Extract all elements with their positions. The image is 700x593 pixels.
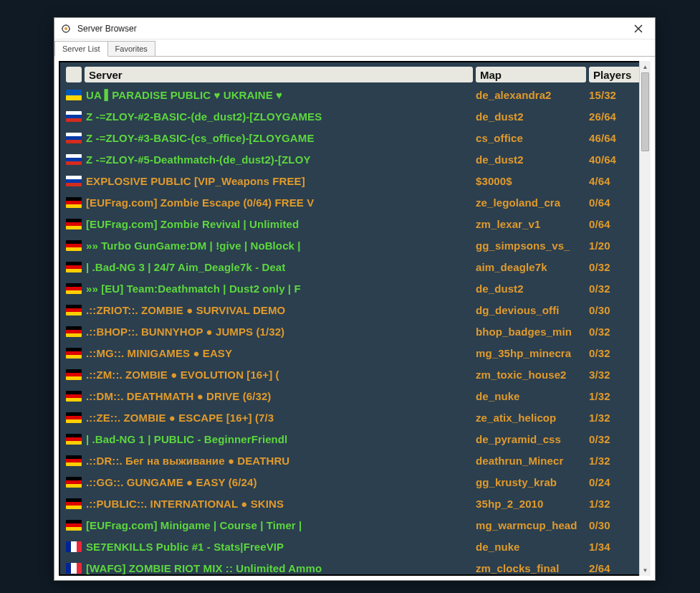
server-row[interactable]: .::ZM::. ZOMBIE ● EVOLUTION [16+] (zm_to…	[66, 364, 643, 385]
server-row[interactable]: .::ZE::. ZOMBIE ● ESCAPE [16+] (7/3ze_at…	[66, 407, 643, 428]
server-row[interactable]: »» [EU] Team:Deathmatch | Dust2 only | F…	[66, 277, 643, 299]
server-name: .::PUBLIC::. INTERNATIONAL ● SKINS	[86, 498, 476, 510]
flag-icon	[66, 176, 82, 186]
server-name: .::ZM::. ZOMBIE ● EVOLUTION [16+] (	[86, 369, 476, 381]
flag-icon	[66, 520, 82, 531]
scrollbar-thumb[interactable]	[641, 72, 649, 151]
column-header-map[interactable]: Map	[476, 67, 586, 82]
scroll-up-arrow-icon[interactable]: ▲	[640, 61, 651, 72]
server-row[interactable]: »» Turbo GunGame:DM | !give | NoBlock |g…	[66, 234, 643, 256]
players-count: 0/32	[589, 283, 643, 295]
server-row[interactable]: .::MG::. MINIGAMES ● EASYmg_35hp_minecra…	[66, 342, 643, 364]
flag-icon	[66, 197, 82, 208]
flag-icon	[66, 541, 82, 552]
tab-label: Favorites	[115, 44, 148, 53]
server-row[interactable]: | .Bad-NG 1 | PUBLIC - BeginnerFriendlde…	[66, 428, 643, 450]
tab-favorites[interactable]: Favorites	[107, 41, 155, 56]
tab-server-list[interactable]: Server List	[54, 41, 108, 57]
flag-icon	[66, 305, 82, 316]
server-row[interactable]: Z -=ZLOY-#3-BASIC-(cs_office)-[ZLOYGAMEc…	[66, 127, 643, 148]
players-count: 1/34	[589, 541, 643, 553]
map-name: zm_toxic_house2	[476, 369, 589, 381]
scroll-wrap: Server Map Players UA ▌PARADISE PUBLIC ♥…	[59, 61, 651, 576]
server-name: .::ZE::. ZOMBIE ● ESCAPE [16+] (7/3	[86, 412, 476, 424]
flag-icon	[66, 133, 82, 143]
server-name: | .Bad-NG 3 | 24/7 Aim_Deagle7k - Deat	[86, 261, 476, 273]
server-name: [WAFG] ZOMBIE RIOT MIX :: Unlimited Ammo	[86, 562, 476, 574]
flag-icon	[66, 391, 82, 402]
map-name: de_dust2	[476, 283, 589, 295]
players-count: 0/30	[589, 304, 643, 316]
map-name: cs_office	[476, 132, 589, 144]
server-name: Z -=ZLOY-#2-BASIC-(de_dust2)-[ZLOYGAMES	[86, 110, 476, 123]
players-count: 3/32	[589, 369, 643, 381]
scrollbar-track[interactable]	[640, 72, 651, 564]
map-name: de_nuke	[476, 541, 589, 553]
server-row[interactable]: [EUFrag.com] Zombie Revival | Unlimitedz…	[66, 213, 643, 234]
server-row[interactable]: Z -=ZLOY-#2-BASIC-(de_dust2)-[ZLOYGAMESd…	[66, 105, 643, 127]
flag-icon	[66, 369, 82, 380]
server-name: SE7ENKILLS Public #1 - Stats|FreeVIP	[86, 541, 476, 553]
server-row[interactable]: .::DR::. Бег на выживание ● DEATHRUdeath…	[66, 450, 643, 471]
flag-icon	[66, 563, 82, 574]
players-count: 40/64	[589, 153, 643, 166]
server-row[interactable]: .::DM::. DEATHMATH ● DRIVE (6/32)de_nuke…	[66, 385, 643, 407]
map-name: 35hp_2_2010	[476, 498, 589, 510]
column-header-label: Players	[593, 69, 631, 81]
flag-icon	[66, 111, 82, 122]
close-button[interactable]	[628, 18, 649, 39]
scroll-down-arrow-icon[interactable]: ▼	[640, 564, 651, 576]
flag-icon	[66, 154, 82, 165]
column-header-checkbox[interactable]	[66, 67, 82, 82]
server-name: Z -=ZLOY-#3-BASIC-(cs_office)-[ZLOYGAME	[86, 132, 476, 144]
server-name: .::GG::. GUNGAME ● EASY (6/24)	[86, 476, 476, 488]
map-name: bhop_badges_min	[476, 326, 589, 338]
map-name: gg_krusty_krab	[476, 476, 589, 488]
server-row[interactable]: Z -=ZLOY-#5-Deathmatch-(de_dust2)-[ZLOYd…	[66, 148, 643, 170]
map-name: ze_atix_helicop	[476, 412, 589, 424]
server-rows: UA ▌PARADISE PUBLIC ♥ UKRAINE ♥de_alexan…	[66, 84, 643, 576]
column-header-server[interactable]: Server	[85, 67, 473, 82]
server-row[interactable]: UA ▌PARADISE PUBLIC ♥ UKRAINE ♥de_alexan…	[66, 84, 643, 105]
map-name: de_pyramid_css	[476, 433, 589, 445]
players-count: 0/24	[589, 476, 643, 488]
server-row[interactable]: .::PUBLIC::. INTERNATIONAL ● SKINS35hp_2…	[66, 493, 643, 514]
map-name: gg_simpsons_vs_	[476, 239, 589, 252]
flag-icon	[66, 348, 82, 359]
scrollbar[interactable]: ▲ ▼	[639, 61, 651, 576]
players-count: 15/32	[589, 89, 643, 101]
players-count: 1/20	[589, 239, 643, 252]
server-row[interactable]: [EUFrag.com] Minigame | Course | Timer |…	[66, 514, 643, 536]
map-name: de_alexandra2	[476, 89, 589, 101]
players-count: 0/32	[589, 261, 643, 273]
map-name: aim_deagle7k	[476, 261, 589, 273]
panel-outer: Server Map Players UA ▌PARADISE PUBLIC ♥…	[54, 57, 655, 580]
tabbar: Server List Favorites	[54, 39, 655, 57]
server-name: EXPLOSIVE PUBLIC [VIP_Weapons FREE]	[86, 175, 476, 187]
map-name: de_nuke	[476, 390, 589, 402]
server-name: .::BHOP::. BUNNYHOP ● JUMPS (1/32)	[86, 326, 476, 338]
players-count: 0/64	[589, 196, 643, 209]
column-header-players[interactable]: Players	[589, 67, 643, 82]
players-count: 4/64	[589, 175, 643, 187]
players-count: 1/32	[589, 455, 643, 467]
server-name: »» Turbo GunGame:DM | !give | NoBlock |	[86, 239, 476, 252]
server-row[interactable]: .::GG::. GUNGAME ● EASY (6/24)gg_krusty_…	[66, 471, 643, 493]
server-name: .::ZRIOT::. ZOMBIE ● SURVIVAL DEMO	[86, 304, 476, 316]
server-row[interactable]: [EUFrag.com] Zombie Escape (0/64) FREE V…	[66, 191, 643, 213]
server-row[interactable]: SE7ENKILLS Public #1 - Stats|FreeVIPde_n…	[66, 536, 643, 557]
svg-point-1	[64, 27, 67, 30]
map-name: $3000$	[476, 175, 589, 187]
server-name: .::DM::. DEATHMATH ● DRIVE (6/32)	[86, 390, 476, 402]
server-browser-window: Server Browser Server List Favorites Ser…	[54, 17, 656, 581]
map-name: mg_warmcup_head	[476, 519, 589, 531]
server-row[interactable]: EXPLOSIVE PUBLIC [VIP_Weapons FREE]$3000…	[66, 170, 643, 191]
flag-icon	[66, 498, 82, 509]
server-row[interactable]: [WAFG] ZOMBIE RIOT MIX :: Unlimited Ammo…	[66, 557, 643, 576]
server-row[interactable]: | .Bad-NG 3 | 24/7 Aim_Deagle7k - Deatai…	[66, 256, 643, 277]
server-row[interactable]: .::BHOP::. BUNNYHOP ● JUMPS (1/32)bhop_b…	[66, 321, 643, 342]
players-count: 1/32	[589, 498, 643, 510]
flag-icon	[66, 219, 82, 229]
players-count: 0/30	[589, 519, 643, 531]
server-row[interactable]: .::ZRIOT::. ZOMBIE ● SURVIVAL DEMOdg_dev…	[66, 299, 643, 321]
